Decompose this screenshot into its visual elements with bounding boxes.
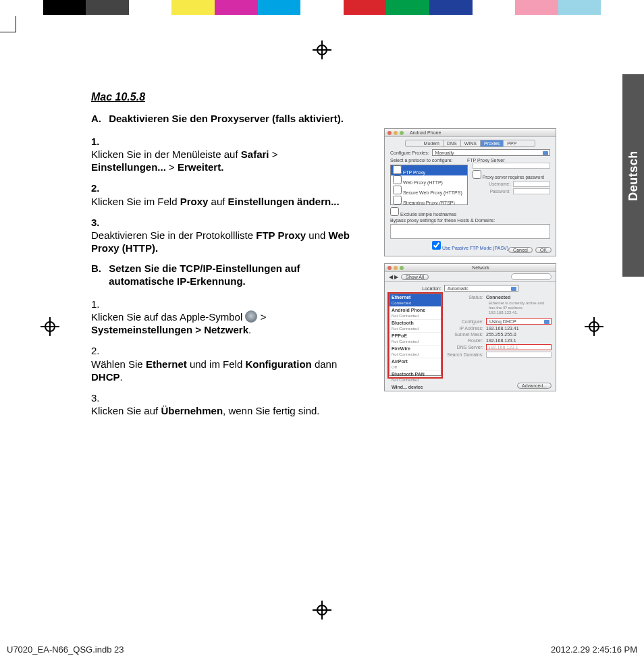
interface-item[interactable]: Wind... deviceNot Connected [390, 384, 441, 391]
print-color-bar [0, 0, 644, 15]
section-title: Mac 10.5.8 [91, 91, 580, 103]
search-domains-input[interactable] [486, 352, 552, 358]
password-input[interactable] [513, 188, 550, 194]
search-input[interactable] [511, 273, 552, 280]
interface-item[interactable]: Bluetooth PANNot Connected [390, 371, 441, 384]
crop-mark [0, 16, 16, 32]
tab-modem[interactable]: Modem [421, 140, 444, 146]
configure-proxies-select[interactable]: Manually [432, 149, 550, 156]
step-b-label: B. [91, 263, 106, 275]
proxy-password-checkbox[interactable] [473, 170, 481, 179]
screenshot-network: Network ◀ ▶ Show All Location:Automatic … [384, 263, 556, 391]
language-tab-label: Deutsch [626, 150, 641, 201]
footer-left: U7020_EA-N66_QSG.indb 23 [7, 644, 124, 655]
page-body: Mac 10.5.8 A. Deaktivieren Sie den Proxy… [91, 91, 580, 559]
list-b-item-1: 1. Klicken Sie auf das Apple-Symbol > Sy… [91, 298, 368, 337]
list-b-item-3: 3. Klicken Sie auf Übernehmen, wenn Sie … [91, 391, 368, 417]
interface-item[interactable]: PPPoENot Connected [390, 333, 441, 346]
print-footer: U7020_EA-N66_QSG.indb 23 2012.2.29 2:45:… [7, 644, 637, 655]
step-b-heading: B. Setzen Sie die TCP/IP-Einstellungen a… [91, 263, 368, 288]
list-a-item-2: 2. Klicken Sie im Feld Proxy auf Einstel… [91, 182, 368, 207]
registration-mark-top [313, 40, 331, 59]
protocol-list[interactable]: FTP Proxy Web Proxy (HTTP) Secure Web Pr… [390, 165, 468, 205]
show-all-button[interactable]: Show All [401, 274, 429, 280]
close-icon [387, 131, 392, 135]
tab-dns[interactable]: DNS [444, 140, 461, 146]
protocol-item[interactable]: FTP Proxy [391, 165, 467, 175]
list-b-item-2: 2. Wählen Sie Ethernet und im Feld Konfi… [91, 344, 368, 383]
step-b-text: Setzen Sie die TCP/IP-Einstellungen auf … [109, 263, 365, 288]
location-select[interactable]: Automatic [444, 285, 518, 292]
zoom-icon [400, 131, 404, 135]
list-b: 1. Klicken Sie auf das Apple-Symbol > Sy… [91, 298, 368, 418]
tab-proxies[interactable]: Proxies [481, 140, 504, 146]
proxy-server-input[interactable] [473, 163, 550, 169]
exclude-checkbox[interactable] [390, 207, 399, 216]
tab-ppp[interactable]: PPP [504, 140, 520, 146]
pasv-checkbox[interactable] [432, 241, 441, 250]
step-a-heading: A. Deaktivieren Sie den Proxyserver (fal… [91, 113, 368, 126]
ok-button[interactable]: OK [535, 247, 552, 253]
footer-right: 2012.2.29 2:45:16 PM [551, 644, 637, 655]
username-input[interactable] [513, 181, 550, 187]
interface-item[interactable]: BluetoothNot Connected [390, 320, 441, 333]
interface-list[interactable]: EthernetConnectedAndroid PhoneNot Connec… [389, 294, 441, 376]
minimize-icon [394, 131, 398, 135]
list-a-item-1: 1. Klicken Sie in der Menüleiste auf Saf… [91, 135, 368, 174]
registration-mark-right [585, 317, 603, 336]
step-a-label: A. [91, 113, 106, 126]
faq-section: F2: Muss ich für meinen EA-N66 und den A… [91, 437, 580, 660]
interface-item[interactable]: FireWireNot Connected [390, 346, 441, 358]
tabs: ModemDNSWINSProxiesPPP [405, 140, 535, 147]
minimize-icon [394, 266, 398, 270]
titlebar: Android Phone [385, 129, 556, 137]
tab-wins[interactable]: WINS [461, 140, 481, 146]
protocol-item[interactable]: Streaming Proxy (RTSP) [391, 196, 467, 205]
list-a: 1. Klicken Sie in der Menüleiste auf Saf… [91, 135, 368, 255]
language-tab: Deutsch [622, 74, 644, 277]
protocol-item[interactable]: Secure Web Proxy (HTTPS) [391, 186, 467, 196]
zoom-icon [400, 266, 404, 270]
configure-select[interactable]: Using DHCP [486, 318, 552, 325]
bypass-textarea[interactable] [390, 224, 550, 239]
advanced-button[interactable]: Advanced... [517, 383, 552, 389]
window-title: Android Phone [410, 130, 441, 135]
registration-mark-left [41, 317, 59, 336]
titlebar: Network [385, 264, 556, 272]
interface-item[interactable]: AirPortOff [390, 358, 441, 371]
list-a-item-3: 3. Deaktivieren Sie in der Protokolllist… [91, 216, 368, 255]
step-a-text: Deaktivieren Sie den Proxyserver (falls … [109, 113, 365, 126]
interface-item[interactable]: EthernetConnected [390, 294, 441, 307]
dns-input[interactable]: 192.168.123.1 [486, 344, 552, 350]
protocol-item[interactable]: Web Proxy (HTTP) [391, 175, 467, 186]
interface-item[interactable]: Android PhoneNot Connected [390, 307, 441, 320]
apple-icon [245, 310, 257, 323]
cancel-button[interactable]: Cancel [508, 247, 533, 253]
close-icon [387, 266, 392, 270]
window-title: Network [472, 265, 489, 270]
screenshot-proxies: Android Phone ModemDNSWINSProxiesPPP Con… [384, 128, 556, 256]
